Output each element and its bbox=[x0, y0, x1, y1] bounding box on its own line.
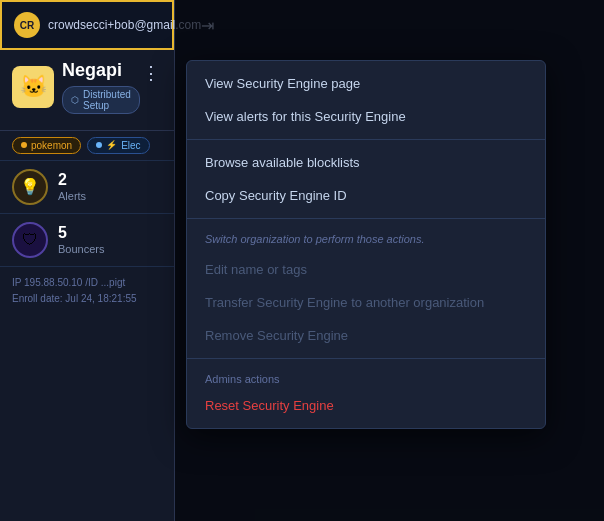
edit-name-item: Edit name or tags bbox=[187, 253, 545, 286]
dropdown-menu: View Security Engine page View alerts fo… bbox=[186, 60, 546, 429]
bouncers-stat[interactable]: 🛡 5 Bouncers bbox=[0, 213, 174, 266]
engine-card: 🐱 Negapi ⬡ Distributed Setup ⋮ bbox=[0, 50, 174, 131]
engine-header: 🐱 Negapi ⬡ Distributed Setup ⋮ bbox=[12, 60, 162, 114]
reset-engine-item[interactable]: Reset Security Engine bbox=[187, 389, 545, 422]
admins-label: Admins actions bbox=[187, 365, 545, 389]
engine-avatar: 🐱 bbox=[12, 66, 54, 108]
tags-row: pokemon ⚡ Elec bbox=[0, 131, 174, 160]
menu-section-4: Admins actions Reset Security Engine bbox=[187, 359, 545, 428]
menu-section-2: Browse available blocklists Copy Securit… bbox=[187, 140, 545, 219]
alerts-content: 2 Alerts bbox=[58, 172, 86, 202]
enroll-date-label: Enroll date: Jul 24, 18:21:55 bbox=[12, 291, 162, 307]
alerts-count: 2 bbox=[58, 172, 86, 188]
bouncers-icon: 🛡 bbox=[22, 231, 38, 249]
tag-dot-icon bbox=[21, 142, 27, 148]
top-bar: CR crowdsecci+bob@gmail.com ⇥ bbox=[0, 0, 174, 50]
menu-section-1: View Security Engine page View alerts fo… bbox=[187, 61, 545, 140]
tag-elec[interactable]: ⚡ Elec bbox=[87, 137, 149, 154]
lightning-icon: ⚡ bbox=[106, 140, 117, 150]
engine-name-block: Negapi ⬡ Distributed Setup bbox=[62, 60, 140, 114]
copy-id-item[interactable]: Copy Security Engine ID bbox=[187, 179, 545, 212]
switch-notice: Switch organization to perform those act… bbox=[187, 225, 545, 253]
bouncers-count: 5 bbox=[58, 225, 104, 241]
alerts-icon: 💡 bbox=[20, 177, 40, 196]
distributed-icon: ⬡ bbox=[71, 95, 79, 105]
engine-name: Negapi bbox=[62, 60, 140, 82]
bouncers-icon-circle: 🛡 bbox=[12, 222, 48, 258]
distributed-badge: ⬡ Distributed Setup bbox=[62, 86, 140, 114]
bouncers-label: Bouncers bbox=[58, 243, 104, 255]
main-panel: CR crowdsecci+bob@gmail.com ⇥ 🐱 Negapi ⬡… bbox=[0, 0, 175, 521]
alerts-icon-circle: 💡 bbox=[12, 169, 48, 205]
engine-info: 🐱 Negapi ⬡ Distributed Setup bbox=[12, 60, 140, 114]
remove-item: Remove Security Engine bbox=[187, 319, 545, 352]
three-dots-button[interactable]: ⋮ bbox=[140, 60, 162, 86]
footer-info: IP 195.88.50.10 /ID ...pigt Enroll date:… bbox=[0, 266, 174, 315]
ip-label: IP 195.88.50.10 /ID ...pigt bbox=[12, 275, 162, 291]
browse-blocklists-item[interactable]: Browse available blocklists bbox=[187, 146, 545, 179]
bouncers-content: 5 Bouncers bbox=[58, 225, 104, 255]
view-alerts-item[interactable]: View alerts for this Security Engine bbox=[187, 100, 545, 133]
alerts-label: Alerts bbox=[58, 190, 86, 202]
tag-pokemon[interactable]: pokemon bbox=[12, 137, 81, 154]
top-bar-left: CR crowdsecci+bob@gmail.com bbox=[14, 12, 201, 38]
tag-elec-dot-icon bbox=[96, 142, 102, 148]
transfer-item: Transfer Security Engine to another orga… bbox=[187, 286, 545, 319]
alerts-stat[interactable]: 💡 2 Alerts bbox=[0, 160, 174, 213]
view-engine-item[interactable]: View Security Engine page bbox=[187, 67, 545, 100]
menu-section-3: Switch organization to perform those act… bbox=[187, 219, 545, 359]
avatar: CR bbox=[14, 12, 40, 38]
